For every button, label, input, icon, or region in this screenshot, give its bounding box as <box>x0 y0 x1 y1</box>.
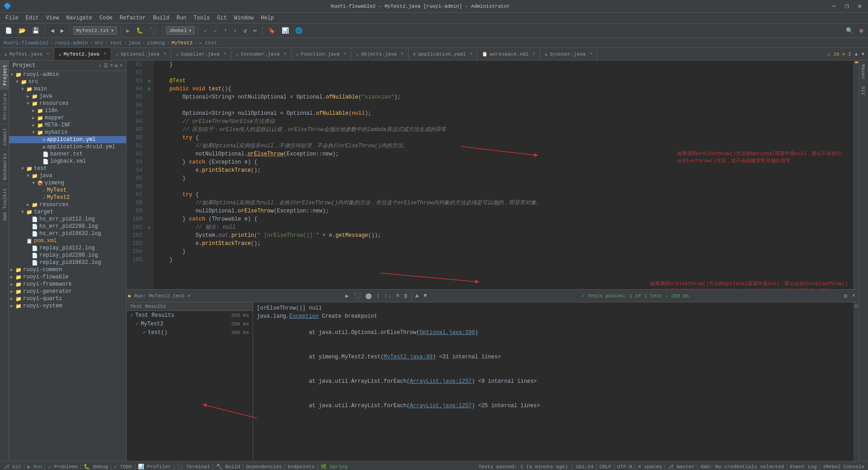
warning-count[interactable]: ⚠ 16 ✕ 2 <box>827 51 851 57</box>
nav-src[interactable]: src <box>94 40 104 46</box>
tree-ruoyi-flowable[interactable]: ▶📁ruoyi-flowable <box>9 273 126 281</box>
tree-mytest[interactable]: ▶✓MyTest <box>9 187 126 194</box>
menu-tools[interactable]: Tools <box>190 14 213 22</box>
tree-mytest2[interactable]: ▶✓MyTest2 <box>9 194 126 201</box>
terminal-status[interactable]: ⬛ Terminal <box>177 464 210 470</box>
spring-status[interactable]: 🌿 Spring <box>321 464 348 470</box>
nav-ruoyi-flowable2[interactable]: RuoYi-flowable2 <box>4 40 48 46</box>
tree-collapse-all[interactable]: ≡ <box>110 63 113 69</box>
tree-ruoyi-generator[interactable]: ▶📁ruoyi-generator <box>9 288 126 295</box>
tree-close[interactable]: × <box>119 63 123 69</box>
run-expand[interactable]: ≣ <box>402 291 410 301</box>
tab-sysuser-close[interactable]: × <box>590 52 592 56</box>
toolbar-new[interactable]: 📄 <box>3 26 14 35</box>
git-up[interactable]: ↑ <box>222 26 230 35</box>
tree-replay2280[interactable]: ▶📄replay_pid2280.log <box>9 252 126 259</box>
mytest2-link[interactable]: MyTest2.java:99 <box>384 354 433 360</box>
menu-window[interactable]: Window <box>231 14 257 22</box>
tree-ruoyi-admin[interactable]: ▼📁ruoyi-admin <box>9 71 126 78</box>
tree-expand-all[interactable]: ☰ <box>104 63 108 69</box>
git-status[interactable]: ⎇ Git <box>4 464 21 470</box>
scroll-up[interactable]: ▲ <box>855 52 858 57</box>
optional-link[interactable]: Optional.java:290 <box>420 329 475 336</box>
bookmark-btn[interactable]: 🔖 <box>266 26 278 35</box>
tree-logback[interactable]: ▶📄logback.xml <box>9 158 126 165</box>
tab-function-close[interactable]: × <box>344 52 346 56</box>
tree-test-resources[interactable]: ▶📁resources <box>9 201 126 208</box>
build-status[interactable]: 🔨 Build <box>216 464 241 470</box>
run-collapse[interactable]: ≡ <box>394 291 401 300</box>
git-branch[interactable]: ⎇ master <box>668 464 694 470</box>
tab-mytest[interactable]: ☕ MyTest.java × <box>0 48 54 60</box>
menu-navigate[interactable]: Navigate <box>62 14 96 22</box>
arraylist-link1[interactable]: ArrayList.java:1257 <box>410 378 472 385</box>
tree-ruoyi-system[interactable]: ▶📁ruoyi-system <box>9 302 126 310</box>
run-prev-fail[interactable]: ▲ <box>414 291 421 300</box>
run-stop[interactable]: ⬛ <box>352 291 363 301</box>
tree-i18n[interactable]: ▶📁i18n <box>9 107 126 114</box>
menu-code[interactable]: Code <box>96 14 116 22</box>
toolbar-back[interactable]: ◀ <box>48 26 57 35</box>
panel-close-btn[interactable]: × <box>850 291 857 300</box>
tab-mytest2-close[interactable]: × <box>104 52 106 56</box>
code-content[interactable]: } @Test public void test(){ Optional<Str… <box>154 61 854 289</box>
profiler-status[interactable]: 📊 Profiler <box>138 464 171 470</box>
nav-ruoyi-admin[interactable]: ruoyi-admin <box>55 40 88 46</box>
tab-workspace[interactable]: 📋 workspace.xml × <box>477 48 540 60</box>
toolbar-open[interactable]: 📂 <box>16 26 28 35</box>
tree-src[interactable]: ▼📁src <box>9 78 126 85</box>
run-status[interactable]: ▶ Run <box>27 464 42 470</box>
tab-consumer-close[interactable]: × <box>284 52 287 56</box>
git-tick1[interactable]: ✓ <box>202 26 210 35</box>
sidebar-tab-maven[interactable]: Maven <box>859 61 868 83</box>
menu-refactor[interactable]: Refactor <box>116 14 150 22</box>
test-result-test[interactable]: ✓ test() 256 ms <box>127 328 253 337</box>
run-filter[interactable]: ⬤ <box>363 291 374 301</box>
tree-metainf[interactable]: ▶📁META-INF <box>9 122 126 129</box>
sidebar-tab-structure[interactable]: Structure <box>0 89 9 123</box>
tree-test-java[interactable]: ▼📁java <box>9 172 126 179</box>
minimize-btn[interactable]: — <box>830 1 839 11</box>
indent-info[interactable]: 4 spaces <box>638 464 662 470</box>
tree-hs2280[interactable]: ▶📄hs_err_pid2280.log <box>9 223 126 230</box>
menu-edit[interactable]: Edit <box>22 14 42 22</box>
nav-yimeng[interactable]: yimeng <box>147 40 165 46</box>
run-sort1[interactable]: ↕ <box>375 291 382 300</box>
event-log[interactable]: Event Log <box>790 464 816 470</box>
tree-main[interactable]: ▼📁main <box>9 85 126 93</box>
tab-optional[interactable]: ☕ Optional.java × <box>111 48 171 60</box>
menu-view[interactable]: View <box>42 14 63 22</box>
close-btn[interactable]: ✕ <box>855 1 864 11</box>
arraylist-link2[interactable]: ArrayList.java:1257 <box>410 403 472 409</box>
tab-application-close[interactable]: × <box>470 52 472 56</box>
tree-main-java[interactable]: ▶📁java <box>9 93 126 100</box>
sidebar-tab-commit[interactable]: Commit <box>0 124 9 150</box>
tree-ruoyi-quartz[interactable]: ▶📁ruoyi-quartz <box>9 295 126 302</box>
tree-pom[interactable]: ▶📋pom.xml <box>9 237 126 244</box>
jrebel-dropdown[interactable]: JRebel ▾ <box>166 26 195 35</box>
git-revert[interactable]: ↩ <box>251 26 259 35</box>
tree-settings[interactable]: ⚙ <box>115 63 118 69</box>
jrebel-console[interactable]: JRebel Console <box>823 464 864 470</box>
tree-replay112[interactable]: ▶📄replay_pid112.log <box>9 244 126 252</box>
tree-application-druid[interactable]: ▶⚙application-druid.yml <box>9 143 126 150</box>
cursor-pos[interactable]: 101:24 <box>576 464 594 470</box>
menu-file[interactable]: File <box>2 14 22 22</box>
tree-mybatis[interactable]: ▼📁mybatis <box>9 129 126 136</box>
tree-replay10632[interactable]: ▶📄replay_pid10632.log <box>9 259 126 266</box>
git-down[interactable]: ↓ <box>231 26 239 35</box>
tab-objects-close[interactable]: × <box>401 52 404 56</box>
encoding[interactable]: UTF-8 <box>617 464 632 470</box>
tree-hs112[interactable]: ▶📄hs_err_pid112.log <box>9 216 126 223</box>
toolbar-forward[interactable]: ▶ <box>58 26 66 35</box>
tab-mytest2[interactable]: ☕ MyTest2.java × <box>54 48 111 60</box>
menu-build[interactable]: Build <box>149 14 173 22</box>
tab-sysuser[interactable]: ☕ SysUser.java × <box>540 48 597 60</box>
aws-info[interactable]: AWS: No credentials selected <box>700 464 784 470</box>
run-close[interactable]: × <box>188 293 191 299</box>
git-sync[interactable]: ↺ <box>241 26 249 35</box>
menu-git[interactable]: Git <box>213 14 231 22</box>
test-result-mytest2[interactable]: ✓ MyTest2 256 ms <box>127 320 253 328</box>
run-sort2[interactable]: ↑↓ <box>382 291 393 300</box>
git-tick2[interactable]: ✓ <box>212 26 220 35</box>
